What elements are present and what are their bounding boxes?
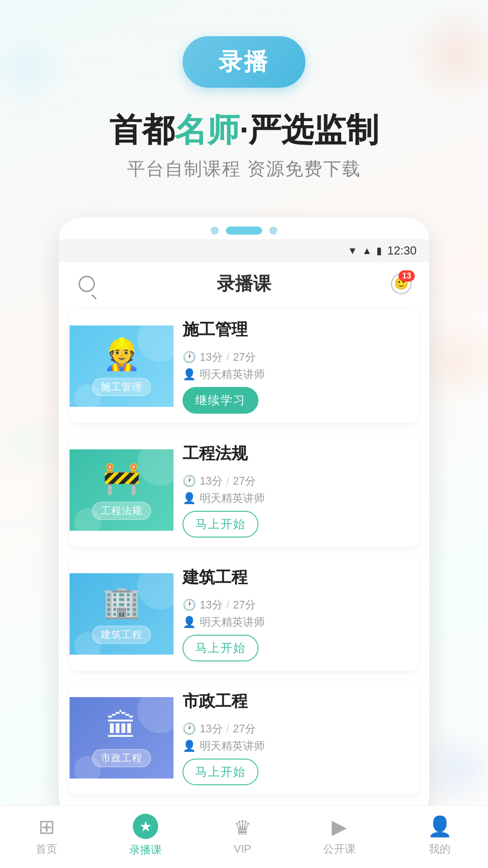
course-teacher: 👤 明天精英讲师: [183, 367, 409, 382]
tagline-subtitle: 平台自制课程 资源免费下载: [0, 156, 488, 181]
start-button[interactable]: 马上开始: [183, 635, 258, 661]
course-duration: 13分: [200, 350, 223, 364]
thumb-blob-1: [137, 573, 174, 609]
thumb-blob-2: [74, 508, 101, 531]
bottom-nav: ⊞ 首页 ★ 录播课 ♛ VIP ▶ 公开课 👤 我的: [0, 805, 488, 868]
decoration-blob-4: [0, 407, 63, 479]
nav-icon-gonkai: ▶: [332, 815, 347, 838]
nav-icon-home: ⊞: [38, 815, 55, 838]
course-total: 27分: [233, 598, 256, 612]
person-icon: 👤: [183, 740, 196, 752]
course-teacher: 👤 明天精英讲师: [183, 739, 409, 753]
tagline-text-part1: 首都: [109, 112, 174, 148]
thumb-blob-2: [74, 756, 101, 778]
lübo-button[interactable]: 录播: [183, 36, 305, 88]
separator: /: [226, 722, 230, 735]
course-time: 🕐 13分 / 27分: [183, 722, 409, 736]
course-thumb-label: 建筑工程: [92, 626, 151, 644]
separator: /: [226, 599, 230, 611]
course-actions: 继续学习: [183, 387, 409, 414]
course-duration: 13分: [200, 474, 223, 488]
status-icons: ▼ ▲ ▮: [347, 245, 382, 257]
nav-star-icon: ★: [133, 814, 158, 839]
message-badge: 13: [399, 270, 415, 282]
header-area: 录播 首都名师·严选监制 平台自制课程 资源免费下载: [0, 0, 488, 195]
nav-label-vip: VIP: [234, 843, 251, 855]
teacher-name: 明天精英讲师: [200, 739, 265, 753]
top-bar: 录播课 🙂 13: [59, 262, 429, 305]
course-total: 27分: [233, 350, 256, 364]
thumb-blob-1: [137, 697, 174, 733]
screen-title: 录播课: [217, 271, 271, 296]
nav-item-gonkai[interactable]: ▶ 公开课: [323, 815, 356, 856]
course-total: 27分: [233, 474, 256, 488]
dot-1: [211, 226, 219, 235]
dot-3: [269, 226, 277, 235]
nav-item-mine[interactable]: 👤 我的: [427, 815, 452, 856]
clock-icon: 🕐: [183, 475, 196, 487]
thumb-blob-1: [137, 449, 174, 486]
message-button[interactable]: 🙂 13: [389, 272, 413, 296]
start-button[interactable]: 马上开始: [183, 511, 258, 538]
clock-icon: 🕐: [183, 351, 196, 363]
course-total: 27分: [233, 722, 256, 736]
course-thumbnail: 👷 施工管理: [70, 326, 174, 407]
course-thumb-icon: 👷: [103, 336, 141, 373]
course-info: 施工管理 🕐 13分 / 27分 👤 明天精英讲师 继续学习: [174, 310, 418, 423]
course-time: 🕐 13分 / 27分: [183, 598, 409, 612]
course-time: 🕐 13分 / 27分: [183, 350, 409, 364]
clock-icon: 🕐: [183, 599, 196, 611]
separator: /: [226, 351, 230, 363]
status-time: 12:30: [387, 244, 417, 258]
phone-mockup: ▼ ▲ ▮ 12:30 录播课 🙂 13 👷 施工管理 施工管理 🕐: [59, 217, 429, 819]
course-actions: 马上开始: [183, 635, 409, 661]
teacher-name: 明天精英讲师: [200, 615, 265, 629]
nav-icon-mine: 👤: [427, 815, 452, 838]
course-thumb-icon: 🚧: [103, 460, 141, 496]
course-item-2[interactable]: 🚧 工程法规 工程法规 🕐 13分 / 27分 👤 明天精英讲师 马上开始: [70, 434, 418, 547]
nav-item-home[interactable]: ⊞ 首页: [36, 815, 57, 856]
start-button[interactable]: 马上开始: [183, 759, 258, 785]
nav-icon-vip: ♛: [234, 816, 251, 839]
course-info: 市政工程 🕐 13分 / 27分 👤 明天精英讲师 马上开始: [174, 681, 418, 794]
course-thumb-icon: 🏛: [106, 708, 137, 744]
nav-label-lübo: 录播课: [129, 843, 162, 857]
nav-item-lübo[interactable]: ★ 录播课: [129, 814, 162, 857]
course-teacher: 👤 明天精英讲师: [183, 491, 409, 505]
course-thumbnail: 🏢 建筑工程: [70, 573, 174, 655]
clock-icon: 🕐: [183, 722, 196, 735]
wifi-icon: ▼: [347, 245, 357, 257]
course-name: 工程法规: [183, 443, 409, 465]
course-duration: 13分: [200, 598, 223, 612]
course-thumbnail: 🏛 市政工程: [70, 697, 174, 778]
course-name: 施工管理: [183, 319, 409, 341]
search-button[interactable]: [75, 272, 99, 296]
person-icon: 👤: [183, 368, 196, 381]
nav-label-mine: 我的: [429, 842, 450, 856]
pagination-dots: [59, 217, 429, 239]
course-thumb-label: 市政工程: [92, 749, 151, 767]
teacher-name: 明天精英讲师: [200, 367, 265, 382]
dot-2-active: [226, 226, 262, 235]
course-item-3[interactable]: 🏢 建筑工程 建筑工程 🕐 13分 / 27分 👤 明天精英讲师 马上开始: [70, 557, 418, 670]
status-bar: ▼ ▲ ▮ 12:30: [59, 239, 429, 262]
course-thumb-icon: 🏢: [103, 584, 141, 620]
separator: /: [226, 475, 230, 487]
course-item-4[interactable]: 🏛 市政工程 市政工程 🕐 13分 / 27分 👤 明天精英讲师 马上开始: [70, 681, 418, 794]
course-list: 👷 施工管理 施工管理 🕐 13分 / 27分 👤 明天精英讲师 继续学习 🚧: [59, 305, 429, 810]
nav-item-vip[interactable]: ♛ VIP: [234, 816, 251, 855]
course-teacher: 👤 明天精英讲师: [183, 615, 409, 629]
thumb-blob-2: [74, 632, 101, 655]
nav-label-home: 首页: [36, 842, 57, 856]
signal-icon: ▲: [362, 245, 372, 257]
course-item-1[interactable]: 👷 施工管理 施工管理 🕐 13分 / 27分 👤 明天精英讲师 继续学习: [70, 310, 418, 423]
tagline-text-part2: ·严选监制: [239, 112, 379, 148]
tagline-heading: 首都名师·严选监制: [0, 110, 488, 149]
course-actions: 马上开始: [183, 759, 409, 785]
thumb-blob-1: [137, 326, 174, 362]
course-actions: 马上开始: [183, 511, 409, 538]
course-thumbnail: 🚧 工程法规: [70, 449, 174, 531]
course-time: 🕐 13分 / 27分: [183, 474, 409, 488]
continue-button[interactable]: 继续学习: [183, 387, 258, 414]
thumb-blob-2: [74, 384, 101, 407]
